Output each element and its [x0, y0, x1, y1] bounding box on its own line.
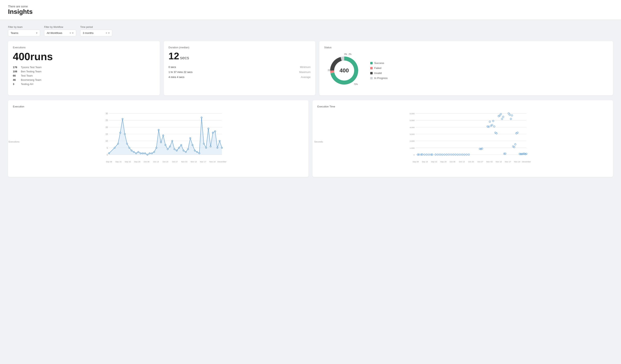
team-row: 3Testing AH	[13, 83, 155, 86]
status-legend: SuccessFailedInvalidIn Progress	[370, 62, 387, 80]
svg-text:Oct 20: Oct 20	[163, 160, 168, 163]
svg-point-32	[114, 147, 116, 149]
svg-point-40	[133, 151, 135, 153]
workflow-filter-select[interactable]: All Workflows ✕ ▾	[44, 30, 76, 36]
svg-point-141	[493, 126, 495, 127]
team-filter-select[interactable]: Teams ▾	[8, 30, 40, 36]
svg-point-38	[129, 147, 130, 149]
svg-point-123	[450, 154, 452, 156]
svg-text:6,000: 6,000	[410, 112, 415, 115]
legend-item: Success	[370, 62, 387, 65]
svg-point-45	[144, 153, 146, 154]
svg-point-78	[219, 140, 220, 142]
svg-point-156	[513, 146, 515, 148]
legend-label: Success	[374, 62, 384, 65]
svg-text:Oct 20: Oct 20	[468, 160, 474, 163]
executions-unit: runs	[30, 51, 53, 62]
svg-point-143	[496, 133, 497, 134]
donut-center-value: 400	[340, 67, 349, 74]
svg-point-152	[509, 114, 511, 116]
duration-card: Duration (median) 12secs 0 secsMinimum1 …	[164, 41, 315, 95]
team-filter-group: Filter by team Teams ▾	[8, 26, 40, 36]
team-name: Test Team	[21, 74, 33, 77]
svg-point-46	[147, 154, 148, 155]
svg-text:Nov 03: Nov 03	[181, 160, 188, 163]
duration-stat-val: 1 hr 37 mins 22 secs	[169, 70, 193, 73]
duration-stats: 0 secsMinimum1 hr 37 mins 22 secsMaximum…	[169, 66, 311, 79]
svg-text:0: 0	[414, 154, 415, 156]
svg-point-124	[452, 154, 454, 156]
svg-point-117	[437, 154, 439, 156]
svg-text:Nov 24: Nov 24	[514, 160, 520, 163]
svg-point-66	[192, 144, 193, 146]
period-filter-select[interactable]: 3 months ✕ ▾	[80, 30, 112, 36]
legend-dot	[370, 62, 373, 64]
period-filter-label: Time period	[80, 26, 112, 28]
duration-stat-row: 4 mins 4 secsAvarage	[169, 76, 311, 79]
svg-text:Sep 15: Sep 15	[115, 160, 121, 163]
svg-text:Sep 29: Sep 29	[134, 160, 140, 163]
page-title: Insights	[8, 8, 613, 16]
period-filter-value: 3 months	[83, 32, 93, 35]
svg-point-154	[511, 115, 513, 117]
svg-point-43	[140, 153, 141, 154]
svg-point-110	[421, 154, 423, 156]
svg-text:December: December	[218, 160, 227, 163]
duration-stat-val: 4 mins 4 secs	[169, 76, 184, 79]
svg-point-139	[491, 124, 493, 126]
svg-point-33	[117, 143, 119, 144]
svg-point-126	[457, 154, 459, 156]
team-filter-value: Teams	[11, 32, 18, 35]
status-card-title: Status	[324, 46, 608, 49]
team-count: 176	[13, 66, 19, 69]
svg-text:72%: 72%	[354, 83, 358, 85]
svg-text:21%: 21%	[328, 69, 332, 71]
clear-workflow-icon[interactable]: ✕	[69, 32, 71, 35]
svg-text:Sep 15: Sep 15	[422, 160, 428, 163]
svg-point-58	[174, 149, 175, 150]
status-inner: 72% 21% 3% 2% 400 SuccessFailedInvalidIn…	[324, 51, 608, 91]
svg-text:3,000: 3,000	[410, 133, 415, 135]
svg-point-63	[185, 151, 186, 153]
svg-point-52	[160, 142, 162, 143]
duration-unit: secs	[180, 55, 189, 60]
svg-point-148	[502, 116, 504, 118]
svg-point-111	[424, 154, 425, 156]
svg-point-61	[181, 144, 182, 146]
svg-point-70	[201, 117, 202, 118]
svg-point-42	[138, 151, 139, 153]
team-row: 108Ben Testing Team	[13, 70, 155, 73]
svg-text:Sep 08: Sep 08	[413, 160, 419, 163]
svg-point-76	[214, 131, 216, 132]
svg-point-55	[167, 149, 168, 150]
svg-point-57	[172, 140, 173, 142]
legend-item: In Progress	[370, 77, 387, 80]
svg-point-31	[108, 153, 110, 154]
clear-period-icon[interactable]: ✕	[105, 32, 107, 35]
svg-point-112	[426, 154, 428, 156]
duration-card-title: Duration (median)	[169, 46, 311, 49]
svg-text:30: 30	[105, 112, 108, 115]
svg-point-60	[178, 147, 180, 149]
exec-chart-svg: 051015202530Sep 08Sep 15Sep 22Sep 29Oct …	[23, 111, 304, 163]
team-filter-label: Filter by team	[8, 26, 40, 28]
svg-text:Sep 08: Sep 08	[106, 160, 112, 163]
svg-text:Nov 17: Nov 17	[505, 160, 511, 163]
duration-stat-row: 1 hr 37 mins 22 secsMaximum	[169, 70, 311, 73]
svg-text:Oct 13: Oct 13	[153, 160, 159, 163]
time-y-axis-label: Seconds	[314, 140, 323, 143]
svg-text:Nov 03: Nov 03	[486, 160, 493, 163]
svg-point-153	[510, 118, 512, 120]
svg-point-50	[156, 147, 157, 149]
team-name: Tysons Test Team	[21, 66, 42, 69]
team-name: Testing AH	[21, 83, 33, 86]
svg-point-134	[481, 148, 483, 150]
svg-point-34	[120, 132, 121, 134]
svg-text:Sep 22: Sep 22	[431, 160, 437, 163]
svg-point-137	[489, 121, 491, 123]
team-row: 176Tysons Test Team	[13, 66, 155, 69]
svg-point-131	[468, 154, 470, 156]
svg-point-56	[169, 146, 171, 147]
svg-point-48	[151, 153, 153, 154]
svg-point-41	[136, 153, 137, 154]
